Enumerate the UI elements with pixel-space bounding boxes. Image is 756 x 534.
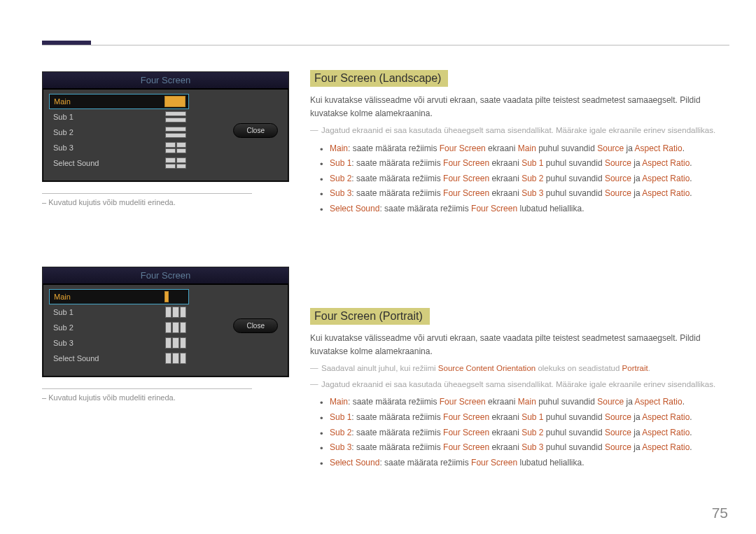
bullet-sub3: Sub 3: saate määrata režiimis Four Scree… (320, 186, 728, 202)
page-content: Four Screen Main Sub 1 Sub 2 (0, 0, 756, 498)
bullet-list: Main: saate määrata režiimis Four Screen… (320, 141, 728, 217)
osd-item-sub3[interactable]: Sub 3 (49, 335, 189, 351)
section-note: Jagatud ekraanid ei saa kasutada üheaegs… (310, 125, 728, 136)
layout-sub3-portrait-icon (165, 337, 186, 349)
osd-title: Four Screen (43, 72, 288, 89)
bullet-select-sound: Select Sound: saate määrata režiimis Fou… (320, 202, 728, 217)
osd-four-screen-portrait: Four Screen Main Sub 1 Sub 2 (42, 267, 289, 377)
osd-item-label: Sub 2 (49, 128, 165, 136)
osd-item-main[interactable]: Main (49, 94, 189, 109)
osd-item-label: Main (50, 293, 164, 301)
bullet-list: Main: saate määrata režiimis Four Screen… (320, 395, 728, 470)
osd-close-button[interactable]: Close (233, 318, 278, 333)
layout-sub1-icon (165, 111, 186, 122)
layout-sub3-icon (165, 142, 186, 153)
osd-item-label: Select Sound (49, 159, 165, 167)
section-heading: Four Screen (Portrait) (310, 308, 430, 325)
bullet-sub2: Sub 2: saate määrata režiimis Four Scree… (320, 171, 728, 187)
osd-item-label: Sub 3 (49, 339, 165, 347)
layout-sound-portrait-icon (165, 353, 186, 364)
section-note: Saadaval ainult juhul, kui režiimi Sourc… (310, 363, 728, 374)
osd-title: Four Screen (43, 267, 288, 284)
bullet-sub2: Sub 2: saate määrata režiimis Four Scree… (320, 426, 728, 441)
osd-item-sub3[interactable]: Sub 3 (49, 140, 189, 155)
bullet-main: Main: saate määrata režiimis Four Screen… (320, 141, 728, 157)
layout-main-icon (164, 96, 186, 107)
divider (42, 388, 252, 389)
bullet-main: Main: saate määrata režiimis Four Screen… (320, 395, 728, 410)
left-column: Four Screen Main Sub 1 Sub 2 (42, 70, 289, 477)
osd-item-label: Main (50, 97, 164, 106)
right-column: Four Screen (Landscape) Kui kuvatakse vä… (310, 70, 728, 477)
osd-item-label: Select Sound (49, 354, 165, 363)
bullet-sub3: Sub 3: saate määrata režiimis Four Scree… (320, 440, 728, 456)
osd-item-label: Sub 3 (49, 143, 165, 152)
section-four-screen-landscape: Four Screen (Landscape) Kui kuvatakse vä… (310, 70, 728, 217)
section-intro: Kui kuvatakse välisseadme või arvuti ekr… (310, 94, 728, 120)
section-note: Jagatud ekraanid ei saa kasutada üheaegs… (310, 379, 728, 391)
bullet-sub1: Sub 1: saate määrata režiimis Four Scree… (320, 156, 728, 171)
bullet-sub1: Sub 1: saate määrata režiimis Four Scree… (320, 410, 728, 426)
osd-item-label: Sub 2 (49, 323, 165, 332)
osd-close-button[interactable]: Close (233, 123, 278, 138)
layout-sub2-portrait-icon (165, 322, 186, 333)
layout-sub2-icon (165, 127, 186, 138)
osd-menu-list: Main Sub 1 Sub 2 Sub 3 (49, 94, 189, 171)
figure-caption: – Kuvatud kujutis võib mudeliti erineda. (42, 393, 289, 402)
layout-sound-icon (165, 157, 186, 169)
osd-body: Main Sub 1 Sub 2 Sub 3 (43, 284, 288, 377)
osd-menu-list: Main Sub 1 Sub 2 Sub 3 (49, 289, 189, 366)
osd-item-sub2[interactable]: Sub 2 (49, 320, 189, 335)
osd-item-sub2[interactable]: Sub 2 (49, 125, 189, 140)
section-heading: Four Screen (Landscape) (310, 70, 448, 87)
osd-item-label: Sub 1 (49, 308, 165, 316)
figure-caption: – Kuvatud kujutis võib mudeliti erineda. (42, 198, 289, 206)
osd-body: Main Sub 1 Sub 2 Sub 3 (43, 89, 288, 181)
osd-item-select-sound[interactable]: Select Sound (49, 155, 189, 171)
osd-item-main[interactable]: Main (49, 289, 189, 304)
osd-item-select-sound[interactable]: Select Sound (49, 351, 189, 366)
layout-main-portrait-icon (164, 291, 186, 302)
section-four-screen-portrait: Four Screen (Portrait) Kui kuvatakse väl… (310, 308, 728, 471)
osd-item-label: Sub 1 (49, 113, 165, 121)
page-number: 75 (712, 505, 728, 521)
osd-four-screen-landscape: Four Screen Main Sub 1 Sub 2 (42, 71, 289, 182)
divider (42, 193, 252, 194)
osd-item-sub1[interactable]: Sub 1 (49, 109, 189, 125)
layout-sub1-portrait-icon (165, 307, 186, 318)
osd-item-sub1[interactable]: Sub 1 (49, 304, 189, 320)
bullet-select-sound: Select Sound: saate määrata režiimis Fou… (320, 456, 728, 471)
section-intro: Kui kuvatakse välisseadme või arvuti ekr… (310, 332, 728, 358)
